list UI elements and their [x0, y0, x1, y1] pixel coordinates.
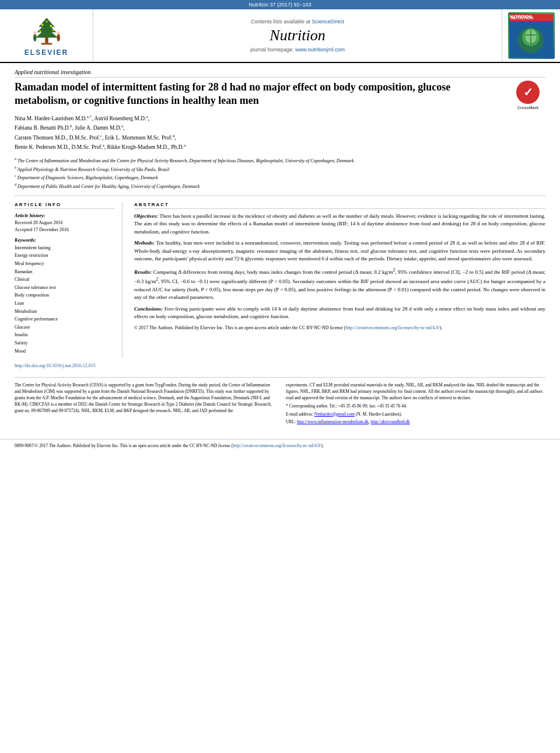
footnotes-right: experiments. CT and ELM provided essenti…: [286, 382, 545, 427]
author-1: Nina M. Harder-Lauridsen M.D.a,*, Astrid…: [15, 116, 149, 121]
bottom-text: 0899-9007/© 2017 The Authors. Published …: [15, 443, 324, 448]
keyword-9: Metabolism: [15, 308, 115, 316]
main-content: Applied nutritional investigation Ramada…: [0, 63, 560, 433]
accepted-date: Accepted 17 December 2016: [15, 226, 115, 233]
abstract-header: ABSTRACT: [134, 202, 545, 209]
journal-homepage-text: journal homepage: www.nutritionjrnl.com: [250, 47, 345, 53]
crossmark-badge: ✓ CrossMark: [510, 81, 545, 110]
keyword-1: Intermittent fasting: [15, 244, 115, 252]
url-info: URL: http://www.inflammation-metabolism.…: [286, 419, 545, 426]
affiliation-d: d Department of Public Health and Center…: [15, 182, 545, 190]
keyword-3: Meal frequency: [15, 260, 115, 268]
journal-name: Nutrition: [270, 27, 325, 44]
abstract-methods: Methods: Ten healthy, lean men were incl…: [134, 239, 545, 263]
article-title: Ramadan model of intermittent fasting fo…: [15, 81, 545, 108]
affiliations-section: a The Centre of Inflammation and Metabol…: [15, 156, 545, 196]
svg-point-12: [57, 34, 60, 41]
keyword-7: Body composition: [15, 291, 115, 299]
svg-point-5: [41, 23, 43, 26]
author-2: Fabiana B. Benatti Ph.D.b, Julie A. Damm…: [15, 125, 124, 131]
journal-reference: Nutrition 37 (2017) 92–103: [249, 2, 311, 8]
article-type: Applied nutritional investigation: [15, 69, 545, 78]
bottom-bar: 0899-9007/© 2017 The Authors. Published …: [0, 439, 560, 452]
article-info-column: ARTICLE INFO Article history: Received 2…: [15, 202, 123, 358]
abstract-conclusions: Conclusions: Free-living participants we…: [134, 305, 545, 321]
journal-info-section: Contents lists available at ScienceDirec…: [93, 9, 502, 62]
svg-point-6: [50, 25, 52, 27]
cover-graphic: NUTRITION: [509, 14, 553, 58]
email-label: E-mail address:: [286, 412, 313, 417]
article-history-section: Article history: Received 28 August 2016…: [15, 212, 115, 233]
license-text: © 2017 The Authors. Published by Elsevie…: [134, 325, 545, 331]
footnotes-left: The Centre for Physical Activity Researc…: [15, 382, 274, 427]
methods-text: Ten healthy, lean men were included in a…: [134, 240, 545, 262]
doi-link[interactable]: http://dx.doi.org/10.1016/j.nut.2016.12.…: [15, 363, 545, 368]
affiliation-b: b Applied Physiology & Nutrition Researc…: [15, 165, 545, 173]
journal-header: ELSEVIER Contents lists available at Sci…: [0, 9, 560, 63]
journal-cover-section: NUTRITION: [502, 9, 560, 62]
keywords-section: Keywords: Intermittent fasting Energy re…: [15, 237, 115, 355]
keyword-4: Ramadan: [15, 268, 115, 276]
keyword-2: Energy restriction: [15, 252, 115, 260]
email-name: (N. M. Harder-Lauridsen).: [356, 412, 402, 417]
received-date: Received 28 August 2016: [15, 219, 115, 226]
svg-rect-0: [41, 43, 51, 44]
affiliation-c: c Department of Diagnostic Sciences, Rig…: [15, 173, 545, 182]
svg-point-13: [57, 31, 60, 34]
footnote-right-text: experiments. CT and ELM provided essenti…: [286, 382, 545, 402]
authors-section: Nina M. Harder-Lauridsen M.D.a,*, Astrid…: [15, 114, 545, 152]
svg-point-7: [39, 30, 41, 32]
results-label: Results:: [134, 269, 152, 275]
conclusions-label: Conclusions:: [134, 306, 163, 312]
email-link[interactable]: Nmharder@gmail.com: [314, 412, 355, 417]
abstract-objectives: Objectives: There has been a parallel in…: [134, 212, 545, 236]
url1-link[interactable]: http://www.inflammation-metabolism.dk: [297, 419, 369, 424]
abstract-column: ABSTRACT Objectives: There has been a pa…: [134, 202, 545, 358]
elsevier-logo: ELSEVIER: [23, 15, 70, 57]
footnotes-content: The Centre for Physical Activity Researc…: [15, 382, 545, 427]
elsevier-tree-icon: [23, 15, 70, 47]
journal-reference-bar: Nutrition 37 (2017) 92–103: [0, 0, 560, 9]
objectives-label: Objectives:: [134, 213, 158, 219]
elsevier-brand-text: ELSEVIER: [24, 48, 68, 57]
svg-marker-4: [35, 28, 58, 38]
bottom-license-link[interactable]: http://creativecommons.org/licenses/by-n…: [233, 443, 321, 448]
affiliation-a: a The Centre of Inflammation and Metabol…: [15, 156, 545, 165]
svg-text:NUTRITION: NUTRITION: [511, 16, 533, 20]
svg-point-8: [52, 29, 54, 31]
crossmark-label: CrossMark: [517, 105, 538, 110]
keyword-6: Glucose tolerance test: [15, 284, 115, 292]
svg-point-10: [33, 34, 37, 41]
contents-available-text: Contents lists available at ScienceDirec…: [251, 19, 344, 25]
svg-point-11: [33, 31, 37, 34]
keywords-label: Keywords:: [15, 237, 115, 243]
article-title-text: Ramadan model of intermittent fasting fo…: [15, 81, 450, 106]
keyword-14: Mood: [15, 347, 115, 355]
conclusions-text: Free-living participants were able to co…: [134, 306, 545, 320]
url2-link[interactable]: http://aktivsundhed.dk: [371, 419, 410, 424]
history-label: Article history:: [15, 212, 115, 218]
crossmark-icon: ✓: [516, 81, 540, 104]
sciencedirect-link[interactable]: ScienceDirect: [312, 19, 345, 25]
methods-label: Methods:: [134, 240, 155, 246]
keyword-12: Insulin: [15, 331, 115, 339]
keyword-10: Cognitive performance: [15, 315, 115, 323]
email-info: E-mail address: Nmharder@gmail.com (N. M…: [286, 412, 545, 418]
abstract-results: Results: Comparing Δ differences from te…: [134, 267, 545, 302]
footnotes-area: The Centre for Physical Activity Researc…: [15, 377, 545, 427]
footnote-left-text: The Centre for Physical Activity Researc…: [15, 382, 274, 414]
two-column-layout: ARTICLE INFO Article history: Received 2…: [15, 202, 545, 358]
results-text: Comparing Δ differences from testing day…: [134, 269, 545, 301]
keywords-list: Intermittent fasting Energy restriction …: [15, 244, 115, 355]
elsevier-logo-section: ELSEVIER: [0, 9, 93, 62]
corresponding-author: * Corresponding author. Tel.: +45 35 45 …: [286, 403, 545, 410]
url-label: URL:: [286, 419, 296, 424]
objectives-text: There has been a parallel increase in th…: [134, 213, 545, 235]
journal-url-link[interactable]: www.nutritionjrnl.com: [295, 47, 345, 53]
article-info-header: ARTICLE INFO: [15, 202, 115, 209]
license-link[interactable]: http://creativecommons.org/licenses/by-n…: [345, 325, 439, 330]
author-3: Carsten Thomsen M.D., D.M.Sc. Prof.c, Er…: [15, 135, 176, 141]
journal-cover-image: NUTRITION: [508, 12, 555, 59]
keyword-13: Satiety: [15, 339, 115, 347]
abstract-text: Objectives: There has been a parallel in…: [134, 212, 545, 331]
